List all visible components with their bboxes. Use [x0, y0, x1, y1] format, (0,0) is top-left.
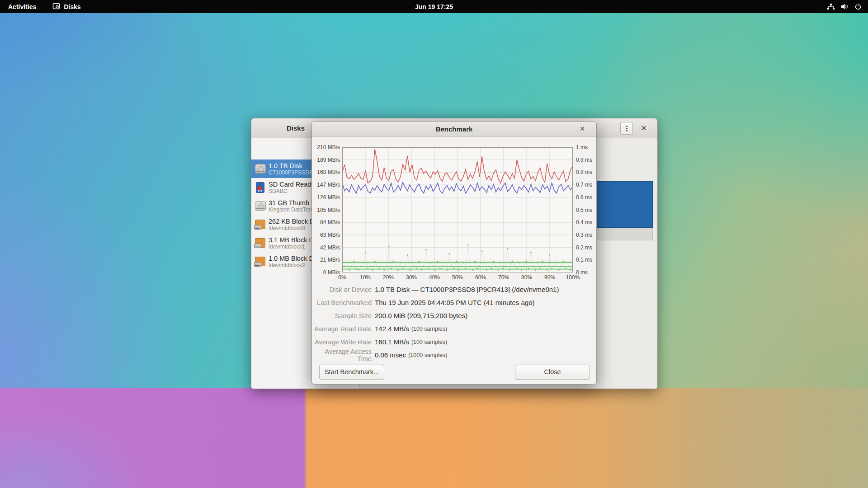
y-axis-tick-ms: 0.9 ms [576, 157, 592, 163]
x-axis-tick-percent: 70% [492, 274, 515, 281]
app-menu-disks[interactable]: Disks [52, 0, 80, 13]
y-axis-tick-mbs: 126 MB/s [312, 194, 340, 201]
top-bar: Activities Disks Jun 19 17:25 [0, 0, 868, 13]
detail-row-average-write-rate: Average Write Rate 160.1 MB/s (100 sampl… [312, 335, 597, 348]
y-axis-tick-mbs: 42 MB/s [312, 244, 340, 251]
y-axis-tick-ms: 0.5 ms [576, 207, 592, 213]
close-button[interactable]: Close [515, 365, 590, 380]
x-axis-tick-percent: 20% [377, 274, 400, 281]
benchmark-headerbar: Benchmark × [312, 122, 596, 137]
y-axis-tick-ms: 0.8 ms [576, 169, 592, 175]
y-axis-tick-mbs: 84 MB/s [312, 219, 340, 225]
x-axis-tick-percent: 90% [538, 274, 561, 281]
y-axis-tick-mbs: 63 MB/s [312, 232, 340, 238]
y-axis-tick-ms: 0.1 ms [576, 257, 592, 263]
disks-app-icon [52, 2, 60, 11]
hard-drive-icon [254, 163, 266, 175]
y-axis-tick-mbs: 21 MB/s [312, 257, 340, 263]
y-axis-tick-ms: 0.7 ms [576, 182, 592, 188]
detail-row-sample-size: Sample Size 200.0 MiB (209,715,200 bytes… [312, 309, 597, 322]
benchmark-chart [342, 147, 573, 272]
y-axis-tick-mbs: 168 MB/s [312, 169, 340, 175]
block-device-icon [254, 255, 266, 267]
system-status-area[interactable] [827, 0, 862, 13]
hamburger-menu-button[interactable] [620, 122, 633, 135]
volume-icon [841, 3, 849, 10]
y-axis-tick-mbs: 105 MB/s [312, 207, 340, 213]
y-axis-tick-ms: 0.4 ms [576, 219, 592, 225]
x-axis-tick-percent: 80% [515, 274, 538, 281]
x-axis-tick-percent: 100% [561, 274, 584, 281]
x-axis-tick-percent: 40% [423, 274, 446, 281]
app-menu-label: Disks [64, 3, 80, 10]
block-device-icon [254, 218, 266, 230]
sd-card-icon [254, 181, 266, 193]
start-benchmark-button[interactable]: Start Benchmark... [319, 365, 384, 380]
y-axis-tick-ms: 0.2 ms [576, 244, 592, 251]
x-axis-tick-percent: 60% [469, 274, 492, 281]
wallpaper-bottom-band [0, 388, 868, 488]
y-axis-tick-ms: 1 ms [576, 144, 588, 150]
detail-row-last-benchmarked: Last Benchmarked Thu 19 Jun 2025 04:44:0… [312, 296, 597, 309]
y-axis-tick-mbs: 189 MB/s [312, 157, 340, 163]
x-axis-tick-percent: 50% [446, 274, 469, 281]
detail-row-average-read-rate: Average Read Rate 142.4 MB/s (100 sample… [312, 322, 597, 335]
disks-close-button[interactable]: × [637, 118, 651, 138]
thumb-drive-icon [254, 200, 266, 212]
y-axis-tick-ms: 0.3 ms [576, 232, 592, 238]
activities-label: Activities [8, 3, 36, 10]
benchmark-title: Benchmark [312, 122, 596, 137]
y-axis-tick-ms: 0.6 ms [576, 194, 592, 201]
benchmark-dialog: Benchmark × 210 MB/s189 MB/s168 MB/s147 … [311, 121, 597, 385]
y-axis-tick-mbs: 147 MB/s [312, 182, 340, 188]
x-axis-tick-percent: 10% [354, 274, 377, 281]
benchmark-close-icon[interactable]: × [576, 122, 588, 137]
detail-row-average-access-time: Average Access Time 0.06 msec (1000 samp… [312, 348, 597, 361]
clock-label: Jun 19 17:25 [415, 3, 453, 10]
y-axis-tick-mbs: 210 MB/s [312, 144, 340, 150]
network-icon [827, 3, 835, 10]
detail-row-disk-or-device: Disk or Device 1.0 TB Disk — CT1000P3PSS… [312, 283, 597, 296]
block-device-icon [254, 237, 266, 249]
activities-button[interactable]: Activities [8, 0, 36, 13]
power-icon [854, 3, 862, 10]
x-axis-tick-percent: 0% [331, 274, 354, 281]
clock[interactable]: Jun 19 17:25 [0, 3, 868, 10]
x-axis-tick-percent: 30% [400, 274, 423, 281]
benchmark-details: Disk or Device 1.0 TB Disk — CT1000P3PSS… [312, 283, 597, 361]
